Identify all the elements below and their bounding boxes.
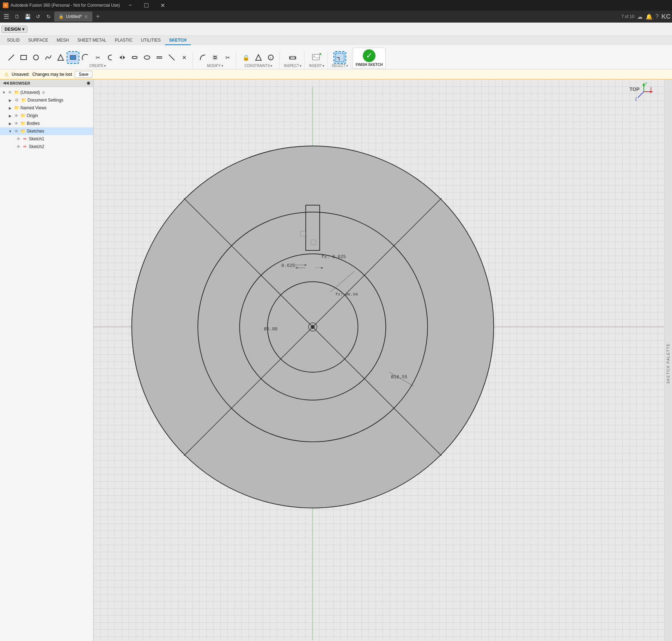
- cloud-icon[interactable]: ☁: [637, 13, 643, 20]
- circle-arc-tool-button[interactable]: [30, 52, 42, 63]
- tabbar: ☰ 🗋 💾 ↺ ↻ 🔒 Untitled* ✕ + 7 of 10 ☁ 🔔 ? …: [0, 11, 672, 23]
- mirror-tool-button[interactable]: [117, 52, 128, 63]
- eye-sketches-icon[interactable]: 👁: [13, 128, 19, 134]
- inspect-group-label: INSPECT ▾: [284, 64, 301, 68]
- inspect-dropdown-icon[interactable]: ▾: [300, 64, 301, 68]
- new-tab-button[interactable]: +: [93, 13, 103, 20]
- tree-item-unsaved[interactable]: ▼ 👁 📁 (Unsaved) ⚙: [0, 88, 93, 96]
- expand-bodies-icon[interactable]: ▶: [8, 121, 13, 126]
- pattern-tool-button[interactable]: [166, 52, 177, 63]
- offset-button[interactable]: [209, 52, 221, 63]
- trim-tool-button[interactable]: ✂: [92, 52, 103, 63]
- sketch-palette-label: SKETCH PALETTE: [666, 343, 670, 384]
- tree-item-origin[interactable]: ▶ 👁 📁 Origin: [0, 112, 93, 120]
- lock-constraint-button[interactable]: 🔒: [240, 52, 252, 63]
- undo-button[interactable]: ↺: [33, 12, 43, 22]
- eye-origin-icon[interactable]: 👁: [13, 113, 19, 118]
- expand-origin-icon[interactable]: ▶: [8, 113, 13, 118]
- trim-button[interactable]: ✂: [222, 52, 233, 63]
- expand-unsaved-icon[interactable]: ▼: [1, 90, 6, 95]
- select-dropdown-icon[interactable]: ▾: [346, 64, 348, 68]
- tab-label: Untitled*: [66, 14, 82, 19]
- tree-item-named-views[interactable]: ▶ 📁 Named Views: [0, 104, 93, 112]
- offset-tool-button[interactable]: [104, 52, 116, 63]
- tree-item-bodies[interactable]: ▶ 👁 📁 Bodies: [0, 120, 93, 127]
- app-menu-button[interactable]: ☰: [1, 12, 11, 22]
- intersect-tool-button[interactable]: ✕: [178, 52, 190, 63]
- ribbon-group-constraints: 🔒 c CONSTRAINTS ▾: [238, 52, 280, 68]
- tab-mesh[interactable]: MESH: [53, 36, 73, 45]
- rectangle-tool-button[interactable]: [18, 52, 29, 63]
- tab-sketch[interactable]: SKETCH: [165, 36, 191, 45]
- measure-button[interactable]: [287, 52, 298, 63]
- tree-item-sketch1[interactable]: 👁 ✏ Sketch1: [0, 135, 93, 143]
- svg-point-9: [144, 56, 150, 59]
- save-file-button[interactable]: 💾: [23, 12, 32, 22]
- redo-button[interactable]: ↻: [44, 12, 54, 22]
- circle-constraint-button[interactable]: c: [265, 52, 276, 63]
- eye-sketch2-icon[interactable]: 👁: [16, 144, 21, 149]
- ribbon-group-inspect: INSPECT ▾: [281, 52, 305, 68]
- svg-text:fx: Ø8.50: fx: Ø8.50: [335, 292, 358, 297]
- expand-named-views-icon[interactable]: ▶: [8, 105, 13, 110]
- eye-unsaved-icon[interactable]: 👁: [7, 90, 13, 95]
- line-tool-button[interactable]: [6, 52, 17, 63]
- polygon-tool-button[interactable]: [55, 52, 66, 63]
- insert-dropdown-icon[interactable]: ▾: [323, 64, 324, 68]
- rectangle2-tool-button[interactable]: [67, 52, 79, 63]
- svg-text:Y: Y: [645, 82, 647, 86]
- eye-bodies-icon[interactable]: 👁: [13, 121, 19, 126]
- tab-close-button[interactable]: ✕: [84, 14, 88, 19]
- create-dropdown-icon[interactable]: ▾: [104, 64, 106, 68]
- tab-untitled[interactable]: 🔒 Untitled* ✕: [54, 12, 92, 22]
- help-icon[interactable]: ?: [655, 13, 659, 20]
- bell-icon[interactable]: 🔔: [646, 13, 653, 20]
- app-title: Autodesk Fusion 360 (Personal - Not for …: [11, 3, 120, 8]
- constraints-dropdown-icon[interactable]: ▾: [270, 64, 272, 68]
- fillet-button[interactable]: [197, 52, 208, 63]
- settings-unsaved-icon[interactable]: ⚙: [42, 91, 45, 94]
- close-button[interactable]: ✕: [154, 0, 171, 11]
- tab-sheet-metal[interactable]: SHEET METAL: [73, 36, 110, 45]
- modify-dropdown-icon[interactable]: ▾: [221, 64, 223, 68]
- finish-sketch-button[interactable]: ✓ FINISH SKETCH: [353, 48, 386, 68]
- tab-solid[interactable]: SOLID: [3, 36, 24, 45]
- changes-message: Changes may be lost: [32, 72, 72, 77]
- select-icons: [334, 52, 346, 63]
- save-button[interactable]: Save: [75, 71, 92, 78]
- browser-pin-icon[interactable]: ◉: [87, 81, 90, 85]
- minimize-button[interactable]: −: [122, 0, 138, 11]
- svg-rect-1: [21, 55, 26, 60]
- arc-tool-button[interactable]: [80, 52, 91, 63]
- construction-tool-button[interactable]: [154, 52, 165, 63]
- insert-image-button[interactable]: [311, 52, 322, 63]
- tab-plastic[interactable]: PLASTIC: [111, 36, 137, 45]
- finish-check-icon: ✓: [363, 49, 375, 62]
- account-icon[interactable]: KC: [661, 13, 671, 20]
- select-tool-button[interactable]: [334, 52, 346, 63]
- browser-collapse-button[interactable]: ◀◀: [3, 81, 8, 85]
- design-label: DESIGN: [5, 27, 21, 32]
- slot-tool-button[interactable]: [129, 52, 140, 63]
- tree-item-doc-settings[interactable]: ▶ ⚙ 📁 Document Settings: [0, 96, 93, 104]
- folder-unsaved-icon: 📁: [13, 89, 20, 96]
- named-views-label: Named Views: [20, 105, 47, 110]
- expand-doc-settings-icon[interactable]: ▶: [8, 98, 13, 103]
- expand-sketches-icon[interactable]: ▼: [8, 129, 13, 134]
- eye-sketch1-icon[interactable]: 👁: [16, 136, 21, 142]
- select-group-label: SELECT ▾: [332, 64, 348, 68]
- maximize-button[interactable]: ☐: [138, 0, 154, 11]
- design-dropdown[interactable]: DESIGN ▾: [1, 26, 28, 33]
- triangle-constraint-button[interactable]: [253, 52, 264, 63]
- ellipse-tool-button[interactable]: [141, 52, 153, 63]
- tree-item-sketch2[interactable]: 👁 ✏ Sketch2: [0, 143, 93, 151]
- insert-group-label: INSERT ▾: [309, 64, 324, 68]
- tree-item-sketches[interactable]: ▼ 👁 📁 Sketches: [0, 127, 93, 135]
- new-file-button[interactable]: 🗋: [12, 12, 22, 22]
- canvas-area[interactable]: 0.625 fx: 0.625 Ø6.00 fx: Ø8.50 Ø16.55 T…: [93, 79, 664, 641]
- tab-surface[interactable]: SURFACE: [24, 36, 53, 45]
- tab-utilities[interactable]: UTILITIES: [137, 36, 165, 45]
- sketch-palette[interactable]: SKETCH PALETTE: [664, 79, 672, 641]
- ribbon-group-create: ✂: [3, 52, 193, 68]
- spline-tool-button[interactable]: [43, 52, 54, 63]
